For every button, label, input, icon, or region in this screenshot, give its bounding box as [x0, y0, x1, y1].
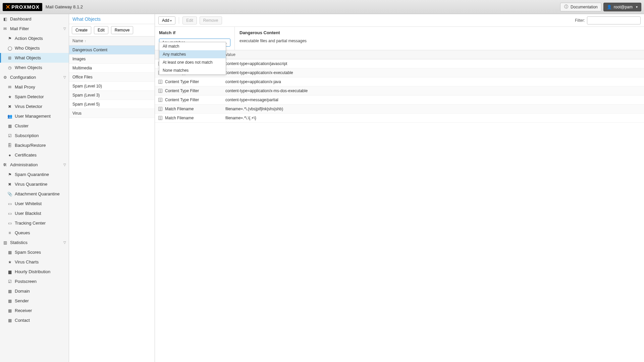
detail-header: Match if Any matches ⌄ All matchAny matc… [155, 27, 644, 50]
sidebar-item-label: User Blacklist [15, 211, 41, 216]
rule-value: content-type=application/x-executable [222, 68, 644, 77]
sidebar-item-cluster[interactable]: ▦Cluster [0, 121, 69, 131]
rule-row[interactable]: Content Type Filtercontent-type=applicat… [155, 59, 644, 68]
sidebar-item-hourly-distribution[interactable]: ▆Hourly Distribution [0, 267, 69, 277]
object-row[interactable]: Spam (Level 3) [69, 91, 155, 100]
sidebar-item-tracking-center[interactable]: ▭Tracking Center [0, 218, 69, 228]
sidebar-item-user-whitelist[interactable]: ▭User Whitelist [0, 199, 69, 208]
rule-row[interactable]: Match Filenamefilename=.*\.\{.+\} [155, 114, 644, 123]
user-menu-button[interactable]: 👤 root@pam [603, 3, 641, 11]
detail-remove-button[interactable]: Remove [200, 16, 222, 24]
object-row[interactable]: Spam (Level 10) [69, 82, 155, 91]
topbar: ✕ PROXMOX Mail Gateway 8.1.2 ⓘ Documenta… [0, 0, 644, 14]
sidebar-item-attachment-quarantine[interactable]: 📎Attachment Quarantine [0, 189, 69, 199]
sidebar-item-label: Spam Quarantine [15, 172, 49, 177]
rule-type: Content Type Filter [165, 88, 199, 93]
object-title: Dangerous Content [239, 30, 639, 35]
nav-item-icon: ☑ [7, 279, 12, 284]
file-icon [158, 98, 162, 102]
rule-row[interactable]: Match Filenamefilename=.*\.(vbs|pif|lnk|… [155, 105, 644, 114]
nav-item-icon: ✖ [7, 182, 12, 187]
sidebar-item-label: Domain [15, 289, 30, 294]
detail-edit-button[interactable]: Edit [182, 16, 197, 24]
sidebar-item-label: User Whitelist [15, 201, 42, 206]
remove-button[interactable]: Remove [111, 26, 133, 34]
filter-input[interactable] [587, 16, 641, 24]
rule-row[interactable]: Content Type Filtercontent-type=message/… [155, 96, 644, 105]
sidebar-item-action-objects[interactable]: ⚑Action Objects [0, 34, 69, 43]
sidebar-item-spam-quarantine[interactable]: ⚑Spam Quarantine [0, 170, 69, 179]
rule-type: Content Type Filter [165, 79, 199, 84]
nav-configuration[interactable]: ⚙ Configuration ▽ [0, 72, 69, 82]
object-list-panel: What Objects Create Edit Remove Name ↑ D… [69, 14, 155, 362]
sidebar-item-virus-detector[interactable]: ✖Virus Detector [0, 102, 69, 111]
nav-item-icon: ✖ [7, 104, 12, 109]
sidebar-item-backup-restore[interactable]: 🗄Backup/Restore [0, 140, 69, 150]
rule-row[interactable]: Content Type Filtercontent-type=applicat… [155, 77, 644, 86]
documentation-button[interactable]: ⓘ Documentation [560, 3, 601, 11]
sidebar-item-spam-scores[interactable]: ▦Spam Scores [0, 247, 69, 257]
object-list-column-header[interactable]: Name ↑ [69, 37, 155, 46]
rule-row[interactable]: Content Type Filtercontent-type=applicat… [155, 86, 644, 96]
sidebar-item-subscription[interactable]: ☑Subscription [0, 131, 69, 140]
sidebar-item-label: Hourly Distribution [15, 269, 50, 274]
sidebar-item-receiver[interactable]: ▦Receiver [0, 306, 69, 315]
file-icon [158, 89, 162, 93]
dropdown-option[interactable]: None matches [159, 66, 226, 74]
chevron-down-icon: ▽ [63, 27, 66, 31]
nav-dashboard[interactable]: ◧ Dashboard [0, 14, 69, 24]
sidebar-item-queues[interactable]: ≡Queues [0, 228, 69, 238]
object-row[interactable]: Office Files [69, 73, 155, 82]
sidebar-item-when-objects[interactable]: ◷When Objects [0, 63, 69, 72]
documentation-label: Documentation [571, 5, 598, 9]
sidebar-item-virus-quarantine[interactable]: ✖Virus Quarantine [0, 179, 69, 189]
dropdown-option[interactable]: At least one does not match [159, 58, 226, 66]
nav-administration[interactable]: 🛠 Administration ▽ [0, 160, 69, 170]
object-row[interactable]: Virus [69, 109, 155, 118]
sidebar-item-user-blacklist[interactable]: ▭User Blacklist [0, 208, 69, 218]
dropdown-option[interactable]: Any matches [159, 50, 226, 58]
sidebar-item-mail-proxy[interactable]: ✉Mail Proxy [0, 82, 69, 92]
separator [179, 17, 179, 24]
sidebar-item-user-management[interactable]: 👥User Management [0, 111, 69, 121]
logo-text: PROXMOX [11, 4, 40, 10]
sidebar-item-who-objects[interactable]: ◯Who Objects [0, 43, 69, 53]
sidebar-item-label: Virus Quarantine [15, 182, 47, 187]
object-row[interactable]: Dangerous Content [69, 46, 155, 55]
nav-item-icon: ▦ [7, 289, 12, 294]
object-row[interactable]: Multimedia [69, 64, 155, 73]
nav-dashboard-label: Dashboard [10, 16, 32, 21]
add-button[interactable]: Add [158, 16, 175, 24]
nav-mail-filter[interactable]: ✉ Mail Filter ▽ [0, 24, 69, 34]
sidebar-item-certificates[interactable]: ●Certificates [0, 150, 69, 160]
nav-item-icon: 👥 [7, 114, 12, 119]
nav-item-icon: ● [7, 153, 12, 158]
sidebar: ◧ Dashboard ✉ Mail Filter ▽ ⚑Action Obje… [0, 14, 69, 362]
rules-grid-header: Type Value [155, 50, 644, 59]
user-label: root@pam [614, 5, 633, 9]
sidebar-item-label: Spam Detector [15, 94, 44, 99]
match-mode-dropdown: All matchAny matchesAt least one does no… [159, 42, 226, 75]
sidebar-item-label: Backup/Restore [15, 143, 46, 148]
value-column-header[interactable]: Value [222, 50, 644, 59]
sidebar-item-domain[interactable]: ▦Domain [0, 286, 69, 296]
dropdown-option[interactable]: All match [159, 42, 226, 50]
create-button[interactable]: Create [72, 26, 91, 34]
sidebar-item-label: Contact [15, 318, 30, 323]
sidebar-item-contact[interactable]: ▦Contact [0, 315, 69, 325]
sidebar-item-label: Who Objects [15, 46, 40, 51]
nav-statistics[interactable]: ▥ Statistics ▽ [0, 238, 69, 247]
rule-value: filename=.*\.\{.+\} [222, 114, 644, 122]
nav-item-icon: ◷ [7, 65, 12, 70]
rule-row[interactable]: Content Type Filtercontent-type=applicat… [155, 68, 644, 77]
sidebar-item-sender[interactable]: ▦Sender [0, 296, 69, 306]
edit-button[interactable]: Edit [94, 26, 108, 34]
sidebar-item-postscreen[interactable]: ☑Postscreen [0, 277, 69, 286]
sidebar-item-what-objects[interactable]: ⊞What Objects [0, 53, 69, 63]
logo: ✕ PROXMOX [3, 3, 42, 11]
sidebar-item-virus-charts[interactable]: ★Virus Charts [0, 257, 69, 267]
nav-configuration-label: Configuration [10, 75, 36, 80]
sidebar-item-spam-detector[interactable]: ★Spam Detector [0, 92, 69, 102]
object-row[interactable]: Images [69, 55, 155, 64]
object-row[interactable]: Spam (Level 5) [69, 100, 155, 109]
